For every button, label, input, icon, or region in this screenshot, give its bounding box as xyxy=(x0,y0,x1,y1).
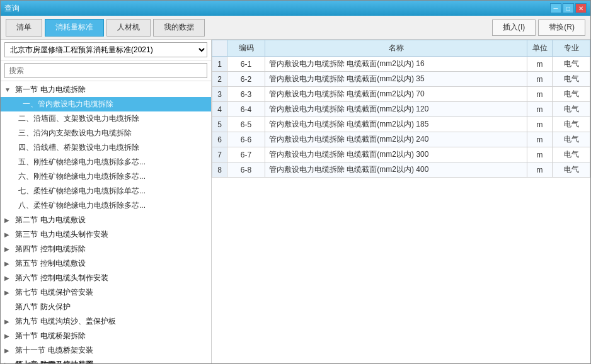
arrow-s3 xyxy=(4,231,12,238)
cell-major: 电气 xyxy=(553,117,590,132)
tree-label-s8: 第八节 防火保护 xyxy=(15,302,70,311)
tab-rencaiji[interactable]: 人材机 xyxy=(106,19,151,37)
tree-label-s1-3: 三、沿沟内支架数设电力电缆拆除 xyxy=(18,128,132,137)
tree-item-s1-6[interactable]: 六、刚性矿物绝缘电力电缆拆除多芯... xyxy=(1,169,211,184)
right-panel: 编码 名称 单位 专业 1 6-1 管内敷设电力电缆拆除 电缆截面(mm2以内)… xyxy=(212,40,590,363)
arrow-s4 xyxy=(4,246,12,253)
tree-item-c7[interactable]: 第七章 防雷及接地装置 xyxy=(1,358,211,363)
tree-item-s2[interactable]: 第二节 电力电缆敷设 xyxy=(1,213,211,227)
cell-major: 电气 xyxy=(553,57,590,72)
tree-item-s1[interactable]: 第一节 电力电缆拆除 xyxy=(1,82,211,97)
table-header: 编码 名称 单位 专业 xyxy=(212,40,590,57)
tree-item-s1-1[interactable]: 一、管内敷设电力电缆拆除 xyxy=(1,97,211,111)
tree-item-s1-5[interactable]: 五、刚性矿物绝缘电力电缆拆除多芯... xyxy=(1,155,211,169)
cell-major: 电气 xyxy=(553,147,590,162)
tree-label-s1-8: 八、柔性矿物绝缘电力电缆拆除多芯... xyxy=(18,201,146,210)
tree-item-s5[interactable]: 第五节 控制电缆敷设 xyxy=(1,256,211,271)
tree-label-s10: 第十节 电缆桥架拆除 xyxy=(15,331,85,340)
tree-item-s7[interactable]: 第七节 电缆保护管安装 xyxy=(1,285,211,300)
tree-item-s1-8[interactable]: 八、柔性矿物绝缘电力电缆拆除多芯... xyxy=(1,198,211,213)
tree-label-s4: 第四节 控制电缆拆除 xyxy=(15,244,85,253)
cell-name: 管内敷设电力电缆拆除 电缆截面(mm2以内) 400 xyxy=(265,162,527,178)
tree-item-s9[interactable]: 第九节 电缆沟填沙、盖保护板 xyxy=(1,314,211,329)
window-title: 查询 xyxy=(4,3,20,14)
tree-item-s3[interactable]: 第三节 电力电缆头制作安装 xyxy=(1,227,211,242)
cell-name: 管内敷设电力电缆拆除 电缆截面(mm2以内) 120 xyxy=(265,102,527,117)
left-panel: 北京市房屋修缮工程预算消耗量标准(2021) 第一节 电力电缆拆除 一、管内敷设… xyxy=(1,40,212,363)
cell-unit: m xyxy=(527,72,553,87)
maximize-button[interactable]: □ xyxy=(563,3,574,13)
minimize-button[interactable]: ─ xyxy=(550,3,561,13)
cell-code: 6-5 xyxy=(227,117,265,132)
cell-code: 6-1 xyxy=(227,57,265,72)
tree-label-s6: 第六节 控制电缆头制作安装 xyxy=(15,273,108,282)
tree-label-s2: 第二节 电力电缆敷设 xyxy=(15,215,85,224)
tree-item-s1-2[interactable]: 二、沿墙面、支架数设电力电缆拆除 xyxy=(1,111,211,126)
replace-button[interactable]: 替换(R) xyxy=(538,20,585,36)
tree-item-s11[interactable]: 第十一节 电缆桥架安装 xyxy=(1,343,211,358)
cell-name: 管内敷设电力电缆拆除 电缆截面(mm2以内) 240 xyxy=(265,132,527,147)
data-table: 编码 名称 单位 专业 1 6-1 管内敷设电力电缆拆除 电缆截面(mm2以内)… xyxy=(212,40,590,178)
header-name: 名称 xyxy=(265,40,527,57)
cell-unit: m xyxy=(527,147,553,162)
header-code: 编码 xyxy=(227,40,265,57)
table-row[interactable]: 5 6-5 管内敷设电力电缆拆除 电缆截面(mm2以内) 185 m 电气 xyxy=(212,117,590,132)
cell-num: 2 xyxy=(212,72,227,87)
cell-major: 电气 xyxy=(553,162,590,178)
cell-name: 管内敷设电力电缆拆除 电缆截面(mm2以内) 300 xyxy=(265,147,527,162)
table-container[interactable]: 编码 名称 单位 专业 1 6-1 管内敷设电力电缆拆除 电缆截面(mm2以内)… xyxy=(212,40,590,363)
tree-item-s1-7[interactable]: 七、柔性矿物绝缘电力电缆拆除单芯... xyxy=(1,184,211,198)
cell-code: 6-7 xyxy=(227,147,265,162)
cell-unit: m xyxy=(527,57,553,72)
table-row[interactable]: 7 6-7 管内敷设电力电缆拆除 电缆截面(mm2以内) 300 m 电气 xyxy=(212,147,590,162)
standard-dropdown[interactable]: 北京市房屋修缮工程预算消耗量标准(2021) xyxy=(4,42,207,57)
table-row[interactable]: 3 6-3 管内敷设电力电缆拆除 电缆截面(mm2以内) 70 m 电气 xyxy=(212,87,590,102)
tab-xiaohao[interactable]: 消耗量标准 xyxy=(45,19,104,37)
search-input[interactable] xyxy=(4,63,207,78)
arrow-s6 xyxy=(4,275,12,282)
arrow-s10 xyxy=(4,333,12,339)
arrow-s9 xyxy=(4,318,12,325)
tree-label-s9: 第九节 电缆沟填沙、盖保护板 xyxy=(15,317,115,326)
tree-item-s6[interactable]: 第六节 控制电缆头制作安装 xyxy=(1,271,211,285)
toolbar-right: 插入(I) 替换(R) xyxy=(492,20,585,36)
table-row[interactable]: 8 6-8 管内敷设电力电缆拆除 电缆截面(mm2以内) 400 m 电气 xyxy=(212,162,590,178)
tree-label-s1-2: 二、沿墙面、支架数设电力电缆拆除 xyxy=(18,114,139,123)
tree-item-s4[interactable]: 第四节 控制电缆拆除 xyxy=(1,242,211,256)
arrow-s1 xyxy=(4,86,12,93)
tree-label-s1-7: 七、柔性矿物绝缘电力电缆拆除单芯... xyxy=(18,186,146,195)
tree-item-s8[interactable]: 第八节 防火保护 xyxy=(1,300,211,314)
insert-button[interactable]: 插入(I) xyxy=(492,20,536,36)
cell-major: 电气 xyxy=(553,102,590,117)
header-num xyxy=(212,40,227,57)
tree-label-s5: 第五节 控制电缆敷设 xyxy=(15,259,85,268)
tree-label-s1-6: 六、刚性矿物绝缘电力电缆拆除多芯... xyxy=(18,172,146,181)
cell-name: 管内敷设电力电缆拆除 电缆截面(mm2以内) 16 xyxy=(265,57,527,72)
tree-item-s10[interactable]: 第十节 电缆桥架拆除 xyxy=(1,329,211,343)
table-row[interactable]: 1 6-1 管内敷设电力电缆拆除 电缆截面(mm2以内) 16 m 电气 xyxy=(212,57,590,72)
tree-label-s7: 第七节 电缆保护管安装 xyxy=(15,288,93,297)
main-content: 北京市房屋修缮工程预算消耗量标准(2021) 第一节 电力电缆拆除 一、管内敷设… xyxy=(1,40,590,363)
search-area xyxy=(1,60,211,81)
toolbar: 清单 消耗量标准 人材机 我的数据 插入(I) 替换(R) xyxy=(1,16,590,40)
tree-label-s3: 第三节 电力电缆头制作安装 xyxy=(15,230,108,239)
table-row[interactable]: 6 6-6 管内敷设电力电缆拆除 电缆截面(mm2以内) 240 m 电气 xyxy=(212,132,590,147)
tree-label-s11: 第十一节 电缆桥架安装 xyxy=(15,346,93,355)
main-window: 查询 ─ □ ✕ 清单 消耗量标准 人材机 我的数据 插入(I) 替换(R) 北… xyxy=(0,0,591,364)
table-row[interactable]: 4 6-4 管内敷设电力电缆拆除 电缆截面(mm2以内) 120 m 电气 xyxy=(212,102,590,117)
cell-unit: m xyxy=(527,162,553,178)
cell-major: 电气 xyxy=(553,72,590,87)
tree-item-s1-4[interactable]: 四、沿线槽、桥架数设电力电缆拆除 xyxy=(1,140,211,155)
tree-label-s1-5: 五、刚性矿物绝缘电力电缆拆除多芯... xyxy=(18,157,146,166)
tree-item-s1-3[interactable]: 三、沿沟内支架数设电力电缆拆除 xyxy=(1,126,211,140)
arrow-s2 xyxy=(4,217,12,224)
tree-label-s1: 第一节 电力电缆拆除 xyxy=(15,85,85,94)
close-button[interactable]: ✕ xyxy=(575,3,587,13)
tab-qingdan[interactable]: 清单 xyxy=(6,19,42,37)
cell-code: 6-6 xyxy=(227,132,265,147)
cell-code: 6-4 xyxy=(227,102,265,117)
arrow-s5 xyxy=(4,260,12,267)
cell-num: 4 xyxy=(212,102,227,117)
table-row[interactable]: 2 6-2 管内敷设电力电缆拆除 电缆截面(mm2以内) 35 m 电气 xyxy=(212,72,590,87)
tab-mydata[interactable]: 我的数据 xyxy=(153,19,205,37)
